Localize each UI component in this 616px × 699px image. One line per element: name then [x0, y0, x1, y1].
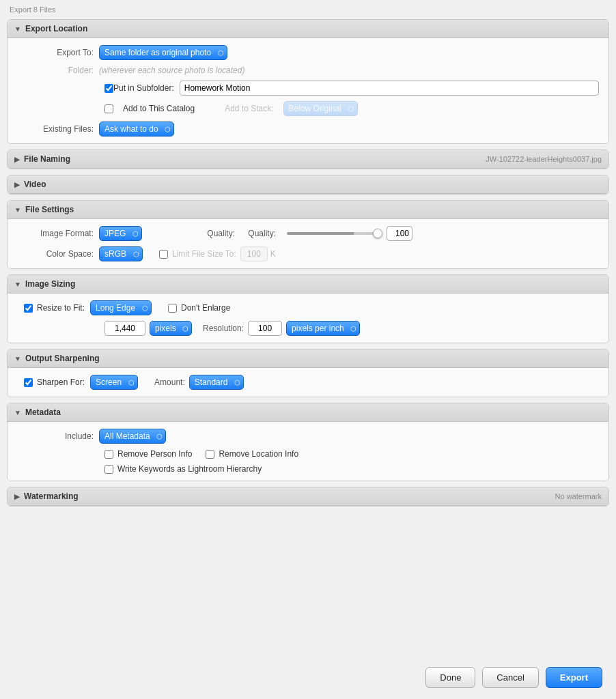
remove-person-info-label: Remove Person Info: [117, 449, 192, 459]
file-settings-section: ▼ File Settings Image Format: JPEG Quali…: [7, 200, 609, 269]
image-format-row: Image Format: JPEG Quality: Quality:: [17, 226, 599, 241]
color-space-wrap: sRGB: [99, 246, 143, 261]
image-format-label: Image Format:: [17, 229, 99, 238]
file-settings-triangle: ▼: [14, 206, 21, 214]
subfolder-label: Put in Subfolder:: [113, 83, 174, 93]
image-sizing-label: Image Sizing: [25, 279, 75, 289]
amount-label: Amount:: [154, 377, 189, 387]
size-unit-select[interactable]: pixels: [150, 321, 192, 336]
limit-file-size-label: Limit File Size To:: [172, 249, 236, 259]
dialog-title: Export 8 Files: [0, 0, 616, 16]
add-to-catalog-checkbox[interactable]: [104, 104, 113, 113]
below-original-select[interactable]: Below Original: [283, 101, 358, 116]
size-row: pixels Resolution: pixels per inch: [104, 321, 599, 336]
add-to-catalog-label: Add to This Catalog: [123, 104, 195, 113]
watermarking-header[interactable]: ▶ Watermarking No watermark: [8, 487, 608, 506]
export-location-header[interactable]: ▼ Export Location: [8, 20, 608, 38]
resize-fit-row: Resize to Fit: Long Edge Don't Enlarge: [17, 300, 599, 315]
size-value-input[interactable]: [104, 321, 145, 336]
cancel-button[interactable]: Cancel: [482, 667, 538, 688]
done-button[interactable]: Done: [425, 667, 475, 688]
remove-person-row: Remove Person Info Remove Location Info: [104, 449, 599, 459]
metadata-label: Metadata: [25, 408, 61, 417]
video-triangle: ▶: [14, 181, 20, 188]
sharpen-for-wrap: Screen: [90, 375, 138, 390]
color-space-row: Color Space: sRGB Limit File Size To: K: [17, 246, 599, 261]
image-format-select[interactable]: JPEG: [99, 226, 142, 241]
metadata-triangle: ▼: [14, 409, 21, 416]
remove-location-info-label: Remove Location Info: [219, 449, 298, 459]
quality-label-2: Quality:: [240, 229, 281, 238]
quality-slider[interactable]: [287, 232, 382, 235]
export-to-label: Export To:: [17, 48, 99, 57]
resolution-unit-wrap: pixels per inch: [286, 321, 360, 336]
include-wrap: All Metadata: [99, 429, 166, 444]
watermarking-section: ▶ Watermarking No watermark: [7, 487, 609, 507]
output-sharpening-triangle: ▼: [14, 355, 21, 362]
resize-mode-select[interactable]: Long Edge: [90, 300, 152, 315]
resize-to-fit-label: Resize to Fit:: [37, 303, 85, 313]
output-sharpening-header[interactable]: ▼ Output Sharpening: [8, 350, 608, 368]
put-in-subfolder-checkbox[interactable]: [104, 84, 113, 93]
export-button[interactable]: Export: [546, 667, 602, 688]
resolution-unit-select[interactable]: pixels per inch: [286, 321, 360, 336]
output-sharpening-section: ▼ Output Sharpening Sharpen For: Screen …: [7, 349, 609, 397]
export-location-body: Export To: Same folder as original photo…: [8, 38, 608, 143]
existing-files-label: Existing Files:: [17, 124, 99, 134]
quality-value-input[interactable]: [387, 226, 412, 241]
color-space-select[interactable]: sRGB: [99, 246, 143, 261]
export-to-select[interactable]: Same folder as original photo: [99, 45, 227, 60]
subfolder-input[interactable]: [180, 81, 599, 96]
metadata-body: Include: All Metadata Remove Person Info…: [8, 422, 608, 481]
file-settings-header[interactable]: ▼ File Settings: [8, 201, 608, 219]
dont-enlarge-checkbox[interactable]: [168, 304, 177, 313]
image-sizing-section: ▼ Image Sizing Resize to Fit: Long Edge …: [7, 274, 609, 343]
quality-label: Quality:: [158, 229, 240, 238]
export-location-section: ▼ Export Location Export To: Same folder…: [7, 19, 609, 144]
color-space-label: Color Space:: [17, 249, 99, 259]
folder-hint-row: Folder: (wherever each source photo is l…: [17, 66, 599, 75]
output-sharpening-body: Sharpen For: Screen Amount: Standard: [8, 368, 608, 397]
include-label: Include:: [17, 431, 99, 441]
write-keywords-checkbox[interactable]: [104, 465, 113, 474]
export-dialog: Export 8 Files ▼ Export Location Export …: [0, 0, 616, 699]
sharpen-for-checkbox[interactable]: [24, 378, 33, 387]
below-original-wrap: Below Original: [283, 101, 358, 116]
amount-wrap: Standard: [189, 375, 244, 390]
file-naming-right: JW-102722-leaderHeights0037.jpg: [486, 155, 602, 163]
limit-value-input[interactable]: [240, 246, 268, 261]
file-naming-label: File Naming: [24, 154, 70, 164]
export-location-triangle: ▼: [14, 25, 21, 33]
include-row: Include: All Metadata: [17, 429, 599, 444]
remove-person-info-checkbox[interactable]: [104, 450, 113, 459]
write-keywords-label: Write Keywords as Lightroom Hierarchy: [117, 464, 262, 474]
file-naming-section: ▶ File Naming JW-102722-leaderHeights003…: [7, 149, 609, 169]
resize-to-fit-checkbox[interactable]: [24, 304, 33, 313]
limit-file-size-checkbox[interactable]: [159, 250, 168, 259]
export-to-select-wrap: Same folder as original photo: [99, 45, 227, 60]
existing-files-select-wrap: Ask what to do: [99, 122, 174, 137]
video-header[interactable]: ▶ Video: [8, 175, 608, 194]
watermarking-label: Watermarking: [24, 491, 79, 501]
amount-select[interactable]: Standard: [189, 375, 244, 390]
file-naming-header[interactable]: ▶ File Naming JW-102722-leaderHeights003…: [8, 150, 608, 169]
existing-files-select[interactable]: Ask what to do: [99, 122, 174, 137]
file-naming-triangle: ▶: [14, 156, 20, 163]
output-sharpening-label: Output Sharpening: [25, 354, 100, 363]
catalog-stack-row: Add to This Catalog Add to Stack: Below …: [104, 101, 599, 116]
file-settings-body: Image Format: JPEG Quality: Quality: Col…: [8, 219, 608, 268]
remove-location-info-checkbox[interactable]: [206, 450, 214, 459]
dont-enlarge-label: Don't Enlarge: [181, 303, 230, 313]
include-select[interactable]: All Metadata: [99, 429, 166, 444]
sharpen-for-row: Sharpen For: Screen Amount: Standard: [17, 375, 599, 390]
sharpen-for-select[interactable]: Screen: [90, 375, 138, 390]
metadata-header[interactable]: ▼ Metadata: [8, 403, 608, 422]
image-format-wrap: JPEG: [99, 226, 142, 241]
metadata-section: ▼ Metadata Include: All Metadata Remove …: [7, 403, 609, 481]
existing-files-row: Existing Files: Ask what to do: [17, 122, 599, 137]
image-sizing-header[interactable]: ▼ Image Sizing: [8, 275, 608, 294]
file-settings-label: File Settings: [25, 205, 74, 214]
resolution-value-input[interactable]: [248, 321, 282, 336]
image-sizing-triangle: ▼: [14, 281, 21, 288]
sharpen-for-label: Sharpen For:: [37, 377, 85, 387]
